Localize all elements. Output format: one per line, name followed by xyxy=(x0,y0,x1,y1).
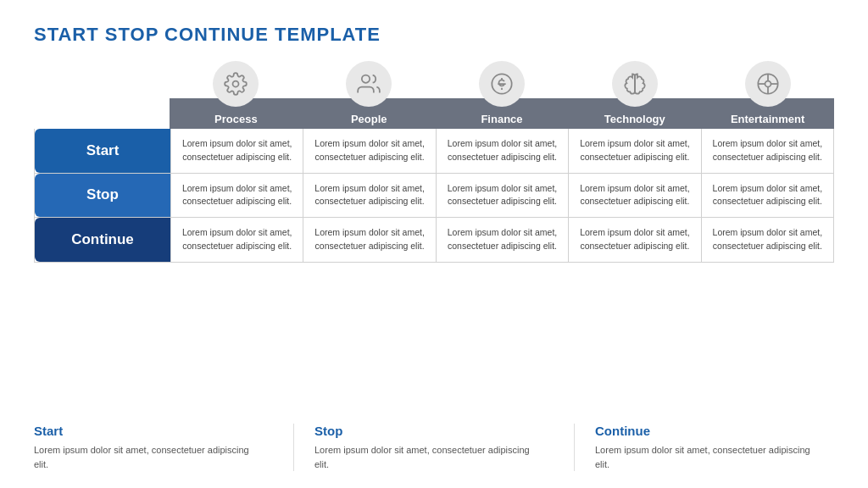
entertainment-icon-circle xyxy=(745,61,791,107)
cell-continue-process: Lorem ipsum dolor sit amet, consectetuer… xyxy=(170,218,303,262)
table-row-continue: Continue Lorem ipsum dolor sit amet, con… xyxy=(35,218,833,262)
bottom-legend: Start Lorem ipsum dolor sit amet, consec… xyxy=(34,424,834,471)
svg-point-1 xyxy=(362,75,370,83)
col-header-process: Process xyxy=(170,61,303,129)
people-icon-circle xyxy=(346,61,392,107)
cell-start-entertainment: Lorem ipsum dolor sit amet, consectetuer… xyxy=(701,129,833,173)
col-header-entertainment: Entertainment xyxy=(701,61,834,129)
legend-start-title: Start xyxy=(34,424,256,438)
slide-title: START STOP CONTINUE TEMPLATE xyxy=(34,24,834,46)
legend-continue: Continue Lorem ipsum dolor sit amet, con… xyxy=(595,424,834,471)
cell-stop-entertainment: Lorem ipsum dolor sit amet, consectetuer… xyxy=(701,174,833,218)
row-label-wrapper-continue: Continue xyxy=(35,218,170,262)
col-header-technology: Technology xyxy=(568,61,701,129)
legend-divider-2 xyxy=(574,424,575,471)
legend-stop-text: Lorem ipsum dolor sit amet, consectetuer… xyxy=(314,443,537,471)
legend-continue-text: Lorem ipsum dolor sit amet, consectetuer… xyxy=(595,443,817,471)
cell-continue-entertainment: Lorem ipsum dolor sit amet, consectetuer… xyxy=(701,218,833,262)
legend-continue-title: Continue xyxy=(595,424,817,438)
svg-point-0 xyxy=(233,81,239,87)
cell-stop-technology: Lorem ipsum dolor sit amet, consectetuer… xyxy=(568,174,700,218)
entertainment-icon xyxy=(756,72,780,96)
column-headers: Process People xyxy=(170,61,834,129)
cell-stop-process: Lorem ipsum dolor sit amet, consectetuer… xyxy=(170,174,303,218)
row-label-start: Start xyxy=(35,129,170,173)
svg-point-3 xyxy=(765,81,771,87)
main-table-area: Process People xyxy=(34,61,834,410)
technology-icon-circle xyxy=(612,61,658,107)
gear-icon xyxy=(224,72,248,96)
table-row-start: Start Lorem ipsum dolor sit amet, consec… xyxy=(35,129,833,174)
row-label-continue: Continue xyxy=(35,218,170,262)
technology-icon xyxy=(623,72,647,96)
legend-stop: Stop Lorem ipsum dolor sit amet, consect… xyxy=(314,424,554,471)
process-icon-circle xyxy=(213,61,259,107)
cell-start-process: Lorem ipsum dolor sit amet, consectetuer… xyxy=(170,129,303,173)
slide: START STOP CONTINUE TEMPLATE Process xyxy=(0,0,868,488)
cell-start-technology: Lorem ipsum dolor sit amet, consectetuer… xyxy=(568,129,700,173)
cell-continue-technology: Lorem ipsum dolor sit amet, consectetuer… xyxy=(568,218,700,262)
legend-start: Start Lorem ipsum dolor sit amet, consec… xyxy=(34,424,273,471)
col-header-people: People xyxy=(303,61,436,129)
row-label-wrapper-start: Start xyxy=(35,129,170,173)
finance-icon-circle xyxy=(479,61,525,107)
cell-start-people: Lorem ipsum dolor sit amet, consectetuer… xyxy=(303,129,435,173)
table-body: Start Lorem ipsum dolor sit amet, consec… xyxy=(34,129,834,263)
legend-divider-1 xyxy=(293,424,294,471)
cell-start-finance: Lorem ipsum dolor sit amet, consectetuer… xyxy=(436,129,568,173)
legend-start-text: Lorem ipsum dolor sit amet, consectetuer… xyxy=(34,443,256,471)
finance-icon xyxy=(490,72,514,96)
col-header-finance: Finance xyxy=(436,61,569,129)
cell-continue-people: Lorem ipsum dolor sit amet, consectetuer… xyxy=(303,218,435,262)
legend-stop-title: Stop xyxy=(314,424,537,438)
table-row-stop: Stop Lorem ipsum dolor sit amet, consect… xyxy=(35,174,833,219)
row-label-stop: Stop xyxy=(35,174,170,218)
people-icon xyxy=(357,72,381,96)
row-label-wrapper-stop: Stop xyxy=(35,174,170,218)
cell-continue-finance: Lorem ipsum dolor sit amet, consectetuer… xyxy=(436,218,568,262)
cell-stop-people: Lorem ipsum dolor sit amet, consectetuer… xyxy=(303,174,435,218)
cell-stop-finance: Lorem ipsum dolor sit amet, consectetuer… xyxy=(436,174,568,218)
